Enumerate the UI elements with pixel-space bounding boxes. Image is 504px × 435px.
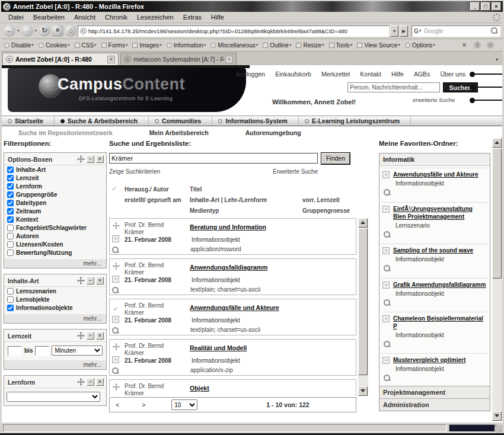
devbar-resize[interactable]: Resize▾ (296, 42, 324, 49)
remove-icon[interactable]: × (112, 235, 119, 242)
devbar-forms[interactable]: Forms▾ (101, 42, 129, 49)
filter-option[interactable]: Lizensen/Kosten (4, 240, 106, 248)
search-engine-box[interactable]: G ▾ Google (412, 25, 500, 37)
result-row[interactable]: ✓ × Prof. Dr. Bernd Krämer 21. Februar 2… (109, 299, 356, 335)
checkbox[interactable] (7, 305, 14, 311)
results-scrollbar[interactable] (358, 218, 368, 396)
remove-icon[interactable]: × (112, 276, 119, 283)
link-hilfe[interactable]: Hilfe (391, 71, 404, 78)
devbar-cookies[interactable]: Cookies▾ (39, 42, 71, 49)
result-title-link[interactable]: Anwendungsfalldiagramm (190, 264, 267, 271)
devbar-css[interactable]: CSS▾ (75, 42, 97, 49)
page-size-select[interactable]: 10 (171, 399, 197, 410)
remove-icon[interactable]: × (382, 357, 390, 364)
menu-bearbeiten[interactable]: Bearbeiten (28, 12, 69, 22)
checkbox[interactable] (7, 241, 14, 248)
devbar-information[interactable]: Information▾ (167, 42, 207, 49)
erweiterte-suche-link[interactable]: Erweiterte Suche (273, 168, 318, 175)
forward-button[interactable]: → (21, 25, 33, 37)
close-panel-icon[interactable]: × (96, 378, 104, 386)
magnifier-icon[interactable] (384, 231, 391, 238)
minimize-panel-icon[interactable]: − (87, 378, 94, 386)
devbar-miscellaneous[interactable]: Miscellaneous▾ (210, 42, 259, 49)
mehr-link[interactable]: mehr... (4, 360, 106, 369)
column-created[interactable]: erstellt/ geprueft am (125, 197, 181, 203)
favorite-item[interactable]: × EinfÃ¼hrungsveranstaltung Blen Projekt… (381, 202, 488, 242)
link-einkaufskorb[interactable]: Einkaufskorb (275, 71, 311, 78)
lernzeit-to-input[interactable] (35, 346, 49, 356)
tab-annett-zobel[interactable]: C Annett Zobel [A:0] - R:480 × (2, 53, 119, 65)
url-bar[interactable]: C http://141.54.178.25/mcdev196/session/… (78, 25, 389, 37)
person-search-input[interactable] (347, 82, 440, 92)
filter-option[interactable]: Lernform (4, 182, 106, 190)
favorite-item[interactable]: × Anwendungsfälle und Akteure Informatio… (381, 168, 488, 200)
scroll-up-button[interactable] (492, 138, 502, 148)
filter-option[interactable]: Lernzeit (4, 174, 106, 182)
lernform-select[interactable] (7, 392, 100, 402)
folder-informatik[interactable]: Informatik (379, 153, 490, 166)
favorite-title-link[interactable]: EinfÃ¼hrungsveranstaltung Blen Projektma… (393, 205, 487, 220)
mehr-link[interactable]: mehr... (4, 259, 106, 268)
checkbox[interactable] (7, 183, 14, 190)
menu-ansicht[interactable]: Ansicht (69, 12, 100, 22)
nav-suche-arbeitsbereich[interactable]: Suche & Arbeitsbereich (55, 116, 149, 126)
subnav-mein-arbeitsbereich[interactable]: Mein Arbeitsbereich (149, 129, 209, 136)
filter-option[interactable]: Gruppengröße (4, 190, 106, 199)
checkbox[interactable] (7, 296, 14, 303)
favorite-item[interactable]: × Chameleon Beispiellernmaterial P Infor… (381, 312, 488, 351)
filter-option[interactable]: Lernobjekte (4, 295, 106, 303)
favorite-title-link[interactable]: Chameleon Beispiellernmaterial P (393, 315, 487, 330)
lernzeit-unit-select[interactable]: Minuten (52, 346, 103, 356)
favorite-item[interactable]: × Sampling of the sound wave Information… (381, 244, 488, 276)
reload-button[interactable]: ↻ (39, 25, 50, 37)
favorite-item[interactable]: × Grafik Anwendungsfalldiagramm Informat… (381, 278, 488, 311)
nav-startseite[interactable]: Startseite (2, 116, 55, 126)
devbar-info-icon[interactable]: ! (474, 41, 481, 49)
devbar-disable[interactable]: Disable▾ (4, 42, 34, 49)
favorite-title-link[interactable]: Sampling of the sound wave (393, 247, 487, 254)
checkbox[interactable] (7, 208, 14, 215)
checkbox[interactable] (7, 175, 14, 181)
checkbox[interactable] (7, 216, 14, 223)
link-ueber-uns[interactable]: Über uns (440, 71, 465, 78)
favorite-title-link[interactable]: Mustervergleich optimiert (393, 356, 487, 364)
magnifier-icon[interactable] (112, 247, 119, 254)
scrollbar-thumb[interactable] (492, 148, 502, 279)
filter-option[interactable]: Zeitraum (4, 207, 106, 215)
magnifier-icon[interactable] (112, 327, 119, 334)
result-row[interactable]: ✓ × Prof. Dr. Bernd Krämer 21. Februar 2… (109, 339, 356, 376)
scrollbar-thumb[interactable] (358, 228, 368, 375)
menu-datei[interactable]: Datei (4, 12, 28, 22)
link-merkzettel[interactable]: Merkzettel (321, 71, 350, 78)
checkbox[interactable] (7, 233, 14, 239)
mehr-link[interactable]: mehr... (4, 314, 106, 323)
magnifier-icon[interactable] (384, 189, 391, 196)
next-page-button[interactable]: > (142, 401, 145, 408)
result-row[interactable]: ✓ × Prof. Dr. Bernd Krämer 21. Februar 2… (109, 218, 356, 255)
result-title-link[interactable]: Beratung und Information (190, 223, 266, 231)
url-text[interactable]: http://141.54.178.25/mcdev196/session/de… (88, 28, 347, 34)
favorite-title-link[interactable]: Grafik Anwendungsfalldiagramm (393, 281, 487, 289)
erweiterte-suche-link[interactable]: erweiterte Suche (413, 97, 455, 103)
remove-icon[interactable]: × (382, 171, 390, 178)
scroll-down-button[interactable] (492, 411, 502, 421)
engine-dropdown-icon[interactable]: ▾ (419, 28, 422, 33)
checkbox[interactable] (7, 191, 14, 198)
filter-option[interactable]: Fachgebiet/Schlagwörter (4, 223, 106, 232)
result-row[interactable]: ✓ × Prof. Dr. Bernd Krämer Objekt (109, 379, 356, 396)
checkbox[interactable] (7, 288, 14, 295)
minimize-panel-icon[interactable]: − (87, 155, 94, 163)
filter-option[interactable]: Bewertung/Nutzung (4, 248, 106, 257)
home-button[interactable]: ⌂ (65, 25, 76, 37)
minimize-panel-icon[interactable]: − (87, 277, 94, 284)
query-input[interactable] (109, 153, 318, 164)
lernzeit-from-input[interactable] (8, 346, 22, 356)
search-icon[interactable] (491, 27, 498, 34)
remove-icon[interactable]: × (382, 282, 390, 289)
move-icon[interactable] (77, 332, 85, 340)
menu-lesezeichen[interactable]: Lesezeichen (132, 12, 178, 22)
tab-metacoon-systemadmin[interactable]: C metacoon Systemadmin [A:7] - R:0 × (120, 53, 237, 65)
nav-informations-system[interactable]: Informations-System (212, 116, 298, 126)
remove-icon[interactable]: × (382, 315, 390, 322)
folder-administration[interactable]: Administration (379, 398, 490, 411)
